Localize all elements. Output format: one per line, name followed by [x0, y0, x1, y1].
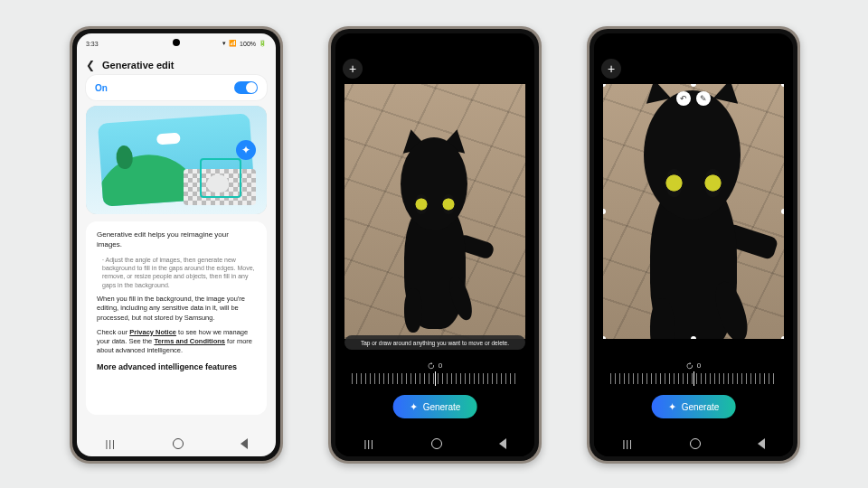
screen-editor-after: + ↶	[594, 33, 793, 456]
phone-settings: 3:33 ▾ 📶 100% 🔋 ❮ Generative edit On	[70, 26, 283, 464]
editor-hint-toast: Tap or draw around anything you want to …	[344, 335, 525, 350]
wifi-icon: ▾	[222, 40, 226, 47]
editor-surface: + Tap or draw around a	[335, 33, 534, 456]
sparkle-icon: ✦	[410, 401, 418, 413]
front-camera	[690, 39, 697, 46]
more-features-link[interactable]: More advanced intelligence features	[97, 362, 256, 371]
toggle-label: On	[95, 83, 108, 93]
crop-handle-icon[interactable]	[691, 336, 696, 339]
home-button[interactable]	[431, 438, 442, 449]
add-button[interactable]: +	[343, 59, 363, 79]
back-button[interactable]	[758, 438, 765, 449]
editor-status-strip	[594, 33, 793, 59]
rotate-icon	[428, 362, 435, 370]
feature-illustration: ✦	[86, 106, 267, 214]
sparkle-icon: ✦	[668, 401, 676, 413]
crop-handle-icon[interactable]	[781, 209, 784, 214]
phone-editor-after: + ↶	[587, 26, 800, 464]
recents-button[interactable]: |||	[105, 438, 116, 449]
generate-button[interactable]: ✦ Generate	[393, 395, 477, 418]
ruler-center-marker	[435, 371, 436, 386]
front-camera	[173, 39, 180, 46]
toggle-row[interactable]: On	[86, 75, 267, 100]
crop-handle-icon[interactable]	[603, 336, 606, 339]
crop-handle-icon[interactable]	[603, 209, 606, 214]
crop-outline[interactable]	[603, 84, 784, 339]
status-time: 3:33	[86, 41, 99, 47]
system-nav-bar: |||	[335, 431, 534, 456]
add-button[interactable]: +	[601, 59, 621, 79]
illus-cloud	[156, 133, 181, 145]
editor-surface: + ↶	[594, 33, 793, 456]
description-card: Generative edit helps you reimagine your…	[86, 221, 267, 415]
photo-subject-cat[interactable]	[381, 125, 489, 329]
desc-para-links: Check our Privacy Notice to see how we m…	[97, 328, 256, 355]
desc-text-a: Check our	[97, 328, 129, 336]
crop-handle-icon[interactable]	[781, 84, 784, 87]
home-button[interactable]	[690, 438, 701, 449]
phone-editor-before: + Tap or draw around a	[328, 26, 542, 464]
rotate-icon	[686, 362, 693, 370]
cat-paw-left	[404, 288, 421, 333]
recents-button[interactable]: |||	[363, 438, 374, 449]
rotation-value: 0	[439, 361, 442, 370]
generate-label: Generate	[423, 402, 461, 412]
illus-subject-box	[200, 158, 241, 198]
illus-tree	[116, 145, 134, 169]
desc-bullets: · Adjust the angle of images, then gener…	[97, 256, 256, 290]
generate-label: Generate	[682, 402, 720, 412]
back-button[interactable]	[241, 438, 248, 449]
home-button[interactable]	[173, 438, 184, 449]
ruler-center-marker	[693, 371, 694, 386]
desc-para-processing: When you fill in the background, the ima…	[97, 295, 256, 322]
rotation-slider[interactable]	[352, 373, 518, 384]
desc-lead: Generative edit helps you reimagine your…	[97, 230, 256, 250]
rotation-readout: 0	[428, 361, 442, 370]
rotation-readout: 0	[686, 361, 701, 370]
signal-icon: 📶	[229, 40, 237, 47]
cat-eye-left	[415, 194, 427, 215]
back-arrow-icon[interactable]: ❮	[86, 59, 95, 71]
crop-handle-icon[interactable]	[781, 336, 784, 339]
system-nav-bar: |||	[77, 431, 276, 456]
crop-handle-icon[interactable]	[603, 84, 606, 87]
front-camera	[431, 39, 439, 46]
cat-head	[401, 137, 467, 231]
recents-button[interactable]: |||	[622, 438, 633, 449]
screen-settings: 3:33 ▾ 📶 100% 🔋 ❮ Generative edit On	[77, 33, 276, 456]
crop-handle-icon[interactable]	[691, 84, 696, 87]
sparkle-badge-icon: ✦	[236, 140, 256, 160]
photo-canvas[interactable]	[344, 84, 525, 339]
title-bar: ❮ Generative edit	[77, 55, 276, 75]
stage: 3:33 ▾ 📶 100% 🔋 ❮ Generative edit On	[0, 0, 868, 488]
rotation-slider[interactable]	[610, 373, 777, 384]
generate-button[interactable]: ✦ Generate	[652, 395, 736, 418]
back-button[interactable]	[499, 438, 506, 449]
status-right: ▾ 📶 100% 🔋	[222, 40, 267, 47]
battery-text: 100%	[240, 41, 256, 47]
cat-eye-right	[442, 194, 454, 215]
rotation-value: 0	[697, 361, 701, 370]
page-title: Generative edit	[102, 60, 174, 70]
system-nav-bar: |||	[594, 431, 793, 456]
photo-canvas[interactable]: ↶ ✎	[603, 84, 784, 339]
terms-link[interactable]: Terms and Conditions	[154, 337, 225, 345]
toggle-switch[interactable]	[234, 81, 258, 94]
privacy-notice-link[interactable]: Privacy Notice	[129, 328, 176, 336]
screen-editor-before: + Tap or draw around a	[335, 33, 534, 456]
battery-icon: 🔋	[259, 40, 267, 47]
editor-status-strip	[335, 33, 534, 59]
